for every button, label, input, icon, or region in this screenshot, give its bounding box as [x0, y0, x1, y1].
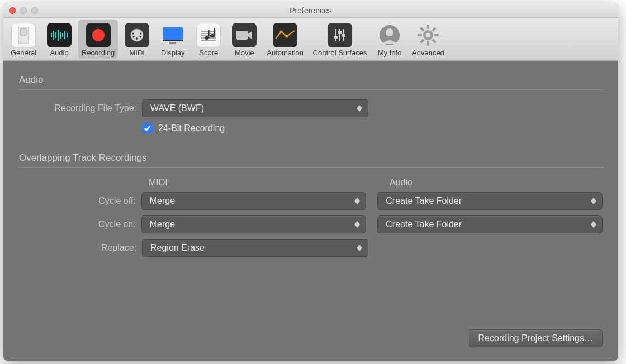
- svg-rect-52: [431, 27, 436, 31]
- tab-recording[interactable]: Recording: [78, 20, 118, 59]
- tab-movie[interactable]: Movie: [227, 20, 261, 59]
- tab-label: Control Surfaces: [313, 49, 367, 57]
- replace-label: Replace:: [19, 243, 142, 253]
- divider: [19, 89, 603, 89]
- stepper-icon: [352, 195, 362, 207]
- cycle-on-audio-value: Create Take Folder: [386, 219, 462, 229]
- svg-rect-44: [342, 34, 345, 37]
- svg-rect-54: [420, 27, 424, 31]
- cycle-off-midi-value: Merge: [150, 196, 175, 206]
- overlap-heading: Overlapping Track Recordings: [19, 152, 603, 164]
- tab-audio[interactable]: Audio: [42, 20, 76, 59]
- preferences-body: Audio Recording File Type: WAVE (BWF) 24…: [3, 61, 618, 361]
- titlebar: Preferences: [3, 3, 618, 18]
- automation-icon: [273, 23, 297, 47]
- tab-label: My Info: [378, 49, 402, 57]
- tab-display[interactable]: Display: [156, 20, 189, 59]
- svg-rect-51: [434, 34, 439, 36]
- svg-rect-36: [236, 31, 248, 40]
- stepper-icon: [354, 242, 364, 253]
- svg-rect-50: [418, 34, 422, 36]
- midi-icon: [125, 23, 149, 47]
- svg-rect-55: [431, 39, 436, 43]
- cycle-off-audio-select[interactable]: Create Take Folder: [377, 192, 603, 210]
- svg-point-56: [426, 33, 430, 37]
- tab-advanced[interactable]: Advanced: [409, 20, 448, 59]
- svg-rect-49: [427, 41, 429, 46]
- switch-icon: [11, 23, 36, 47]
- divider: [19, 167, 603, 167]
- file-type-select[interactable]: WAVE (BWF): [142, 99, 368, 117]
- svg-rect-35: [214, 28, 215, 36]
- svg-rect-1: [20, 28, 27, 35]
- tab-label: Display: [161, 49, 185, 57]
- record-icon: [86, 23, 111, 47]
- display-icon: [160, 23, 185, 47]
- tab-automation[interactable]: Automation: [263, 20, 307, 59]
- svg-point-19: [136, 37, 138, 40]
- cycle-on-audio-select[interactable]: Create Take Folder: [377, 215, 603, 233]
- svg-point-34: [210, 34, 215, 37]
- stepper-icon: [589, 195, 599, 207]
- gear-icon: [416, 23, 440, 47]
- svg-rect-42: [334, 36, 338, 39]
- audio-column-header: Audio: [390, 178, 412, 188]
- tab-label: Audio: [50, 49, 68, 57]
- svg-point-22: [132, 32, 134, 34]
- tab-control-surfaces[interactable]: Control Surfaces: [309, 20, 371, 59]
- cycle-on-label: Cycle on:: [19, 219, 141, 229]
- svg-rect-53: [420, 39, 424, 43]
- toolbar: General Audio Recording MIDI Display: [3, 18, 618, 61]
- tab-general[interactable]: General: [7, 20, 40, 59]
- svg-rect-25: [163, 40, 183, 41]
- replace-value: Region Erase: [150, 243, 205, 253]
- tab-label: Score: [199, 49, 218, 57]
- tab-label: Automation: [267, 49, 303, 57]
- preferences-window: Preferences General Audio Recording: [3, 3, 618, 361]
- cycle-off-midi-select[interactable]: Merge: [141, 192, 367, 210]
- svg-rect-43: [338, 31, 342, 34]
- svg-point-21: [140, 36, 141, 37]
- window-title: Preferences: [3, 6, 618, 15]
- cycle-on-midi-select[interactable]: Merge: [141, 215, 367, 233]
- svg-rect-26: [169, 42, 176, 44]
- tab-label: Movie: [235, 49, 254, 57]
- sliders-icon: [328, 23, 352, 47]
- svg-rect-24: [163, 27, 183, 40]
- stepper-icon: [354, 103, 364, 114]
- svg-point-23: [140, 32, 142, 34]
- bit24-label: 24-Bit Recording: [158, 123, 225, 133]
- recording-project-settings-button[interactable]: Recording Project Settings…: [469, 329, 603, 347]
- cycle-on-midi-value: Merge: [150, 219, 175, 229]
- tab-label: General: [11, 49, 36, 57]
- stepper-icon: [589, 219, 599, 230]
- waveform-icon: [47, 23, 72, 47]
- score-icon: [196, 23, 221, 47]
- tab-score[interactable]: Score: [192, 20, 225, 59]
- tab-my-info[interactable]: My Info: [373, 20, 406, 59]
- file-type-value: WAVE (BWF): [150, 103, 204, 113]
- midi-column-header: MIDI: [149, 178, 375, 188]
- bit24-checkbox[interactable]: [142, 123, 153, 133]
- svg-rect-33: [208, 30, 210, 38]
- svg-rect-48: [427, 25, 429, 29]
- tab-label: MIDI: [130, 49, 145, 57]
- cycle-off-label: Cycle off:: [19, 196, 141, 206]
- svg-point-38: [286, 35, 288, 38]
- tab-label: Advanced: [412, 49, 444, 57]
- tab-label: Recording: [82, 49, 115, 57]
- user-icon: [377, 23, 402, 47]
- file-type-label: Recording File Type:: [19, 103, 142, 113]
- tab-midi[interactable]: MIDI: [120, 20, 154, 59]
- replace-select[interactable]: Region Erase: [142, 239, 368, 257]
- svg-point-20: [133, 36, 135, 37]
- audio-heading: Audio: [19, 74, 603, 85]
- stepper-icon: [352, 219, 362, 230]
- cycle-off-audio-value: Create Take Folder: [386, 196, 462, 206]
- svg-point-37: [280, 31, 283, 33]
- svg-point-32: [205, 36, 209, 40]
- svg-point-46: [386, 28, 393, 36]
- movie-icon: [232, 23, 257, 47]
